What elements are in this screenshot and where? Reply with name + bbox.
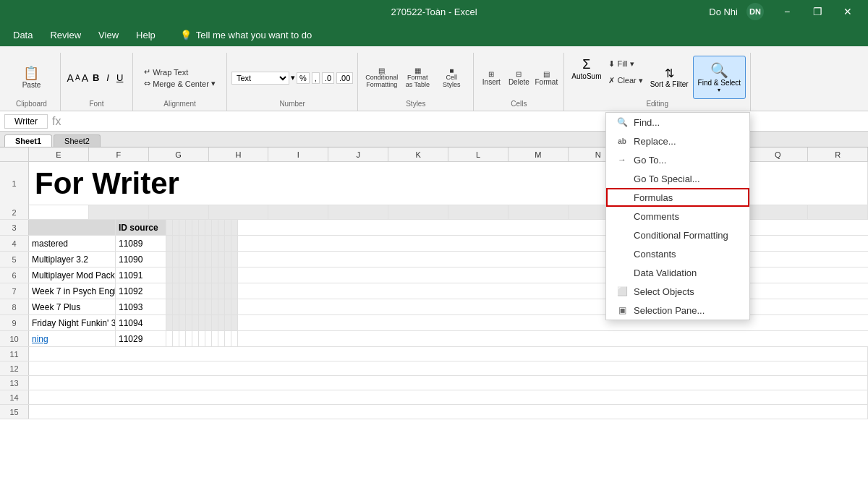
clipboard-group: 📋 Paste Clipboard xyxy=(3,53,61,111)
empty-row: 14 xyxy=(0,390,868,405)
row4-name[interactable]: mastered xyxy=(29,236,116,251)
cell-styles-button[interactable]: ■ Cell Styles xyxy=(435,61,468,95)
minimize-button[interactable]: − xyxy=(773,0,801,23)
merge-dropdown-icon: ▾ xyxy=(211,79,216,88)
row4-id[interactable]: 11089 xyxy=(116,236,166,251)
row10-name[interactable]: ning xyxy=(29,331,116,346)
formulas-item[interactable]: Formulas xyxy=(606,188,749,207)
row5-name[interactable]: Multiplayer 3.2 xyxy=(29,252,116,267)
clear-button[interactable]: ✗ Clear ▾ xyxy=(605,72,645,88)
col-e: E xyxy=(29,147,89,161)
increase-decimal-btn[interactable]: .0 xyxy=(322,72,334,84)
menu-data[interactable]: Data xyxy=(6,27,40,43)
tell-me-text: Tell me what you want to do xyxy=(196,30,312,40)
number-format-select[interactable]: Text xyxy=(231,72,289,85)
fill-button[interactable]: ⬇ Fill ▾ xyxy=(605,56,645,72)
selection-pane-icon: ▣ xyxy=(616,304,628,316)
find-icon: 🔍 xyxy=(616,116,628,128)
lightbulb-icon: 💡 xyxy=(180,30,192,40)
goto-item[interactable]: → Go To... xyxy=(606,150,749,169)
sigma-icon: Σ xyxy=(582,57,590,72)
format-icon: ▤ xyxy=(543,70,550,78)
goto-icon: → xyxy=(616,154,628,166)
conditional-formatting-item[interactable]: Conditional Formatting xyxy=(606,226,749,244)
find-select-button[interactable]: 🔍 Find & Select ▾ xyxy=(693,56,746,99)
bold-button[interactable]: B xyxy=(90,72,102,84)
menu-view[interactable]: View xyxy=(91,27,126,43)
find-item[interactable]: 🔍 Find... xyxy=(606,113,749,132)
fill-icon: ⬇ xyxy=(608,59,615,69)
comma-btn[interactable]: , xyxy=(312,72,320,84)
cells-group: ⊞ Insert ⊟ Delete ▤ Format Cells xyxy=(474,53,564,111)
col-f: F xyxy=(89,147,149,161)
ribbon: 📋 Paste Clipboard A A A B I U Font xyxy=(0,46,868,111)
col-h: H xyxy=(209,147,269,161)
window-title: 270522-Toàn - Excel xyxy=(391,7,477,17)
col-l: L xyxy=(448,147,509,161)
replace-item[interactable]: ab Replace... xyxy=(606,132,749,150)
search-icon: 🔍 xyxy=(710,61,728,79)
insert-icon: ⊞ xyxy=(488,70,494,78)
formulas-icon xyxy=(616,192,628,203)
clear-icon: ✗ xyxy=(608,76,615,85)
name-header xyxy=(29,220,116,235)
row9-name[interactable]: Friday Night Funkin' 3D xyxy=(29,315,116,330)
select-objects-icon: ⬜ xyxy=(616,286,628,297)
percent-btn[interactable]: % xyxy=(297,72,310,84)
sort-filter-button[interactable]: ⇅ Sort & Filter xyxy=(647,56,692,99)
row10-id[interactable]: 11029 xyxy=(116,331,166,346)
number-group: Text ▾ % , .0 .00 Number xyxy=(227,53,358,111)
menu-bar: Data Review View Help 💡 Tell me what you… xyxy=(0,23,868,46)
title-bar: 270522-Toàn - Excel Do Nhi DN − ❐ ✕ xyxy=(0,0,868,23)
italic-button[interactable]: I xyxy=(103,72,112,84)
row8-name[interactable]: Week 7 Plus xyxy=(29,299,116,314)
sheet-tab-2[interactable]: Sheet2 xyxy=(54,134,101,147)
col-r: R xyxy=(808,147,868,161)
close-button[interactable]: ✕ xyxy=(833,0,862,23)
row9-id[interactable]: 11094 xyxy=(116,315,166,330)
font-size-up-icon: A xyxy=(67,72,74,84)
row7-name[interactable]: Week 7 in Psych Engine xyxy=(29,283,116,299)
data-validation-item[interactable]: Data Validation xyxy=(606,263,749,282)
cf-dropdown-icon xyxy=(616,229,628,241)
constants-item[interactable]: Constants xyxy=(606,244,749,263)
menu-help[interactable]: Help xyxy=(129,27,163,43)
comments-item[interactable]: Comments xyxy=(606,207,749,226)
wrap-text-icon: ↵ xyxy=(144,67,150,77)
cell-reference-box[interactable] xyxy=(4,114,48,129)
row5-id[interactable]: 11090 xyxy=(116,252,166,267)
selection-pane-item[interactable]: ▣ Selection Pane... xyxy=(606,301,749,320)
row8-id[interactable]: 11093 xyxy=(116,299,166,314)
wrap-text-button[interactable]: ↵ Wrap Text xyxy=(141,67,218,77)
merge-center-button[interactable]: ⇔ Merge & Center ▾ xyxy=(141,78,218,89)
sheet-tab-active[interactable]: Sheet1 xyxy=(4,134,52,147)
decrease-decimal-btn[interactable]: .00 xyxy=(336,72,353,84)
format-button[interactable]: ▤ Format xyxy=(533,61,559,95)
row6-name[interactable]: Multiplayer Mod Pack xyxy=(29,267,116,283)
underline-button[interactable]: U xyxy=(114,72,126,84)
fill-dropdown-icon: ▾ xyxy=(630,59,634,69)
delete-icon: ⊟ xyxy=(516,70,522,78)
conditional-formatting-button[interactable]: ▤ Conditional Formatting xyxy=(364,61,400,95)
paste-button[interactable]: 📋 Paste xyxy=(20,61,44,95)
tell-me-bar[interactable]: 💡 Tell me what you want to do xyxy=(180,30,312,40)
row6-id[interactable]: 11091 xyxy=(116,267,166,283)
format-dropdown-icon: ▾ xyxy=(291,73,295,82)
user-name: Do Nhi xyxy=(709,7,738,17)
format-as-table-button[interactable]: ▦ Format as Table xyxy=(401,61,434,95)
autosum-button[interactable]: Σ AutoSum xyxy=(569,56,604,82)
merge-icon: ⇔ xyxy=(144,79,150,88)
select-objects-item[interactable]: ⬜ Select Objects xyxy=(606,282,749,301)
insert-button[interactable]: ⊞ Insert xyxy=(478,61,504,95)
paste-icon: 📋 xyxy=(23,67,39,80)
row-num-1: 1 xyxy=(0,162,29,205)
delete-button[interactable]: ⊟ Delete xyxy=(506,61,532,95)
col-k: K xyxy=(388,147,448,161)
menu-review[interactable]: Review xyxy=(43,27,88,43)
goto-special-item[interactable]: Go To Special... xyxy=(606,169,749,188)
styles-group: ▤ Conditional Formatting ▦ Format as Tab… xyxy=(358,53,474,111)
row7-id[interactable]: 11092 xyxy=(116,283,166,299)
empty-row: 12 xyxy=(0,361,868,376)
restore-button[interactable]: ❐ xyxy=(803,0,832,23)
sort-icon: ⇅ xyxy=(665,67,674,80)
